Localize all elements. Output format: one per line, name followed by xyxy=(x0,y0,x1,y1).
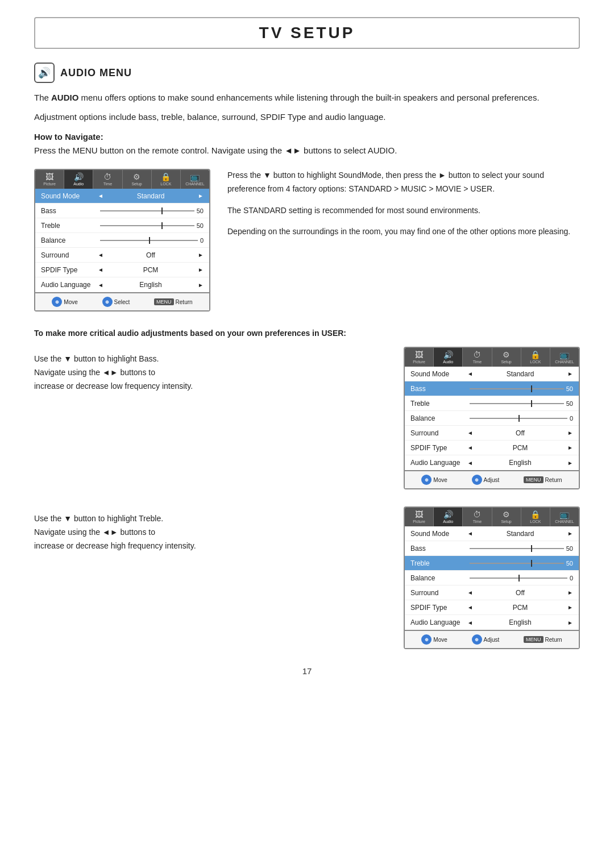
tab-setup-3[interactable]: ⚙ Setup xyxy=(492,508,521,526)
panel3-return-btn: MENU Return xyxy=(524,636,562,643)
panel3-row-spdif: SPDIF Type ◄ PCM ► xyxy=(405,600,579,615)
tab-audio-label-1: Audio xyxy=(73,182,84,186)
panel1-rows: Sound Mode ◄ Standard ► Bass 50 Treble 5… xyxy=(35,189,209,292)
panel1-row-bass: Bass 50 xyxy=(35,203,209,218)
balance-slider-1[interactable] xyxy=(100,240,198,241)
panel1-footer: ⊕ Move ⊕ Select MENU Return xyxy=(35,292,209,310)
tv-panel-2-container: 🖼 Picture 🔊 Audio ⏱ Time ⚙ Setup 🔒 xyxy=(404,347,580,489)
time-icon-1: ⏱ xyxy=(103,173,111,181)
tab-picture-label-1: Picture xyxy=(43,182,56,186)
tab-audio-2[interactable]: 🔊 Audio xyxy=(434,348,463,367)
panel2-rows: Sound Mode ◄ Standard ► Bass 50 Treble xyxy=(405,367,579,470)
tab-lock-3[interactable]: 🔒 LOCK xyxy=(521,508,550,526)
panel2-row-surround: Surround ◄ Off ► xyxy=(405,426,579,441)
tab-time-2[interactable]: ⏱ Time xyxy=(463,348,492,367)
tab-picture-1[interactable]: 🖼 Picture xyxy=(35,170,64,189)
tab-lock-1[interactable]: 🔒 LOCK xyxy=(152,170,181,189)
move-icon-1: ⊕ xyxy=(52,297,62,307)
panel1-select-btn: ⊕ Select xyxy=(102,297,130,307)
panel2-adjust-btn: ⊕ Adjust xyxy=(472,475,500,485)
tab-time-label-1: Time xyxy=(103,182,112,186)
treble-slider-2[interactable] xyxy=(470,403,564,404)
treble-slider-1[interactable] xyxy=(100,225,194,226)
panel3-rows: Sound Mode ◄ Standard ► Bass 50 Treble xyxy=(405,526,579,630)
panel2-row-spdif: SPDIF Type ◄ PCM ► xyxy=(405,441,579,455)
intro-text-2: Adjustment options include bass, treble,… xyxy=(34,110,580,124)
tab-setup-label-1: Setup xyxy=(131,182,142,186)
tab-picture-3[interactable]: 🖼 Picture xyxy=(405,508,434,526)
panel3-adjust-btn: ⊕ Adjust xyxy=(472,634,500,645)
intro-text-1: The AUDIO menu offers options to make so… xyxy=(34,91,580,105)
bass-slider-3[interactable] xyxy=(470,548,564,549)
page-title: TV SETUP xyxy=(34,17,580,49)
panel2-row-treble: Treble 50 xyxy=(405,396,579,411)
tab-channel-2[interactable]: 📺 CHANNEL xyxy=(550,348,579,367)
menu-tag-1: MENU xyxy=(154,298,174,305)
panel3-footer: ⊕ Move ⊕ Adjust MENU Return xyxy=(405,630,579,648)
bass-slider-2[interactable] xyxy=(470,388,564,389)
panel3-move-btn: ⊕ Move xyxy=(421,634,447,645)
tab-channel-1[interactable]: 📺 CHANNEL xyxy=(181,170,209,189)
tab-audio-3[interactable]: 🔊 Audio xyxy=(434,508,463,526)
panel1-text-3: Depending on the surroundings in the roo… xyxy=(227,225,580,239)
panel2-text-1: Use the ▼ button to highlight Bass.Navig… xyxy=(34,352,387,393)
panel1-row-spdif: SPDIF Type ◄ PCM ► xyxy=(35,263,209,277)
tab-time-1[interactable]: ⏱ Time xyxy=(93,170,122,189)
tv-panel-2: 🖼 Picture 🔊 Audio ⏱ Time ⚙ Setup 🔒 xyxy=(404,347,580,489)
picture-icon-1: 🖼 xyxy=(45,173,53,181)
tv-panel-1: 🖼 Picture 🔊 Audio ⏱ Time ⚙ Setup 🔒 LOCK … xyxy=(34,169,210,312)
select-icon-1: ⊕ xyxy=(102,297,113,307)
tab-audio-1[interactable]: 🔊 Audio xyxy=(64,170,93,189)
tv-panel-3-container: 🖼 Picture 🔊 Audio ⏱ Time ⚙ Setup 🔒 xyxy=(404,506,580,649)
panel2-footer: ⊕ Move ⊕ Adjust MENU Return xyxy=(405,470,579,488)
audio-icon: 🔊 xyxy=(34,63,55,83)
tab-setup-1[interactable]: ⚙ Setup xyxy=(123,170,152,189)
tab-setup-2[interactable]: ⚙ Setup xyxy=(492,348,521,367)
panel1-row-balance: Balance 0 xyxy=(35,233,209,248)
panel1-row-surround: Surround ◄ Off ► xyxy=(35,248,209,263)
panel1-row-audiolang: Audio Language ◄ English ► xyxy=(35,277,209,292)
panel1-return-btn: MENU Return xyxy=(154,298,193,305)
critical-label: To make more critical audio adjustments … xyxy=(34,329,580,338)
panel3-row-balance: Balance 0 xyxy=(405,571,579,585)
panel3-row-surround: Surround ◄ Off ► xyxy=(405,585,579,600)
tab-channel-label-1: CHANNEL xyxy=(185,182,204,186)
treble-slider-3[interactable] xyxy=(470,563,564,564)
panel2-wrapper: Use the ▼ button to highlight Bass.Navig… xyxy=(34,347,580,489)
tab-lock-label-1: LOCK xyxy=(160,182,171,186)
nav-label: How to Navigate: xyxy=(34,132,580,142)
tab-channel-3[interactable]: 📺 CHANNEL xyxy=(550,508,579,526)
nav-text: Press the MENU button on the remote cont… xyxy=(34,144,580,157)
balance-slider-3[interactable] xyxy=(470,578,567,579)
panel3-text: Use the ▼ button to highlight Treble.Nav… xyxy=(34,506,387,553)
panel3-row-bass: Bass 50 xyxy=(405,541,579,556)
panel3-row-audiolang: Audio Language ◄ English ► xyxy=(405,615,579,630)
panel3-wrapper: Use the ▼ button to highlight Treble.Nav… xyxy=(34,506,580,649)
panel2-row-bass: Bass 50 xyxy=(405,381,579,396)
panel1-tabs: 🖼 Picture 🔊 Audio ⏱ Time ⚙ Setup 🔒 LOCK … xyxy=(35,170,209,189)
panel2-move-btn: ⊕ Move xyxy=(421,475,447,485)
tv-panel-3: 🖼 Picture 🔊 Audio ⏱ Time ⚙ Setup 🔒 xyxy=(404,506,580,649)
panel1-text: Press the ▼ button to highlight SoundMod… xyxy=(227,169,580,239)
panel3-row-soundmode: Sound Mode ◄ Standard ► xyxy=(405,526,579,541)
panel1-text-2: The STANDARD setting is recommended for … xyxy=(227,204,580,218)
lock-icon-1: 🔒 xyxy=(161,173,171,181)
channel-icon-1: 📺 xyxy=(190,173,200,181)
balance-slider-2[interactable] xyxy=(470,418,567,419)
bass-slider-1[interactable] xyxy=(100,210,194,211)
panel1-row-soundmode: Sound Mode ◄ Standard ► xyxy=(35,189,209,203)
audio-icon-1: 🔊 xyxy=(74,173,84,181)
page-number: 17 xyxy=(34,666,580,676)
section-title: AUDIO MENU xyxy=(60,67,132,79)
panel2-row-audiolang: Audio Language ◄ English ► xyxy=(405,455,579,470)
tab-picture-2[interactable]: 🖼 Picture xyxy=(405,348,434,367)
panel2-row-balance: Balance 0 xyxy=(405,411,579,426)
panel3-tabs: 🖼 Picture 🔊 Audio ⏱ Time ⚙ Setup 🔒 xyxy=(405,508,579,526)
section-header: 🔊 AUDIO MENU xyxy=(34,63,580,83)
setup-icon-1: ⚙ xyxy=(133,173,140,181)
tab-time-3[interactable]: ⏱ Time xyxy=(463,508,492,526)
panel1-row-treble: Treble 50 xyxy=(35,218,209,233)
panel2-tabs: 🖼 Picture 🔊 Audio ⏱ Time ⚙ Setup 🔒 xyxy=(405,348,579,367)
tab-lock-2[interactable]: 🔒 LOCK xyxy=(521,348,550,367)
panel1-text-1: Press the ▼ button to highlight SoundMod… xyxy=(227,169,580,196)
